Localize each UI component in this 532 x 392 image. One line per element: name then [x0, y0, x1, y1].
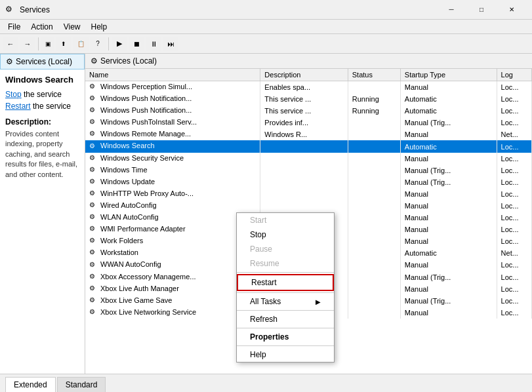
table-row[interactable]: ⚙Windows PushToInstall Serv... Provides …	[85, 117, 532, 128]
table-row[interactable]: ⚙Windows Push Notification... This servi…	[85, 105, 532, 117]
service-status	[348, 117, 400, 128]
service-log: Loc...	[497, 105, 531, 117]
app-icon: ⚙	[5, 5, 16, 15]
ctx-sep-3	[237, 310, 334, 311]
ctx-arrow-icon: ▶	[316, 298, 321, 305]
service-startup: Automatic	[400, 105, 497, 117]
right-panel-header: ⚙ Services (Local)	[85, 54, 532, 69]
service-status	[348, 176, 400, 188]
menu-view[interactable]: View	[58, 21, 86, 33]
table-row[interactable]: ⚙Windows Update Manual (Trig... Loc...	[85, 176, 532, 188]
maximize-button[interactable]: □	[466, 0, 497, 20]
left-panel: ⚙ Services (Local) Windows Search Stop t…	[0, 54, 85, 374]
service-name: ⚙Windows Time	[85, 165, 260, 176]
show-hide-console-button[interactable]: ▣	[41, 37, 54, 51]
service-name: ⚙Windows Push Notification...	[85, 93, 260, 105]
service-startup: Manual (Trig...	[400, 271, 497, 283]
up-button[interactable]: ⬆	[56, 37, 72, 51]
tab-extended[interactable]: Extended	[5, 377, 56, 392]
ctx-help[interactable]: Help	[237, 347, 334, 362]
service-name: ⚙Xbox Live Auth Manager	[85, 283, 260, 295]
ctx-start[interactable]: Start	[237, 213, 334, 227]
ctx-sep-1	[237, 272, 334, 273]
service-log: Loc...	[497, 259, 531, 271]
table-row[interactable]: ⚙Windows Security Service Manual Loc...	[85, 153, 532, 165]
restart-service-link[interactable]: Restart	[5, 102, 31, 111]
service-log: Loc...	[497, 271, 531, 283]
service-log: Loc...	[497, 307, 531, 319]
toolbar-separator-2	[108, 37, 109, 50]
service-log: Loc...	[497, 188, 531, 200]
table-row[interactable]: ⚙Windows Time Manual (Trig... Loc...	[85, 165, 532, 176]
ctx-all-tasks[interactable]: All Tasks▶	[237, 294, 334, 309]
stop-text: the service	[22, 90, 62, 99]
service-status	[348, 259, 400, 271]
table-row[interactable]: ⚙Windows Search Automatic Loc...	[85, 140, 532, 152]
ctx-sep-4	[237, 328, 334, 328]
col-name[interactable]: Name	[85, 69, 260, 81]
service-log: Loc...	[497, 176, 531, 188]
service-desc	[260, 165, 348, 176]
service-startup: Manual	[400, 212, 497, 224]
service-status	[348, 283, 400, 295]
ctx-restart[interactable]: Restart	[237, 274, 334, 291]
ctx-pause[interactable]: Pause	[237, 242, 334, 256]
col-status[interactable]: Status	[348, 69, 400, 81]
service-desc: Provides inf...	[260, 117, 348, 128]
table-row[interactable]: ⚙Wired AutoConfig Manual Loc...	[85, 200, 532, 212]
ctx-refresh[interactable]: Refresh	[237, 312, 334, 326]
service-startup: Manual	[400, 235, 497, 247]
service-status	[348, 200, 400, 212]
ctx-resume[interactable]: Resume	[237, 256, 334, 271]
service-startup: Automatic	[400, 93, 497, 105]
restart-service-line: Restart the service	[5, 102, 79, 111]
menu-file[interactable]: File	[3, 21, 26, 33]
service-desc: This service ...	[260, 93, 348, 105]
minimize-button[interactable]: ─	[436, 0, 466, 20]
col-description[interactable]: Description	[260, 69, 348, 81]
service-startup: Manual	[400, 200, 497, 212]
service-status	[348, 307, 400, 319]
service-name: ⚙Xbox Accessory Manageme...	[85, 271, 260, 283]
service-log: Loc...	[497, 153, 531, 165]
service-name: ⚙Windows Security Service	[85, 153, 260, 165]
restart-button[interactable]: ⏭	[163, 37, 178, 51]
close-button[interactable]: ✕	[497, 0, 527, 20]
stop-service-link[interactable]: Stop	[5, 90, 22, 99]
table-row[interactable]: ⚙Windows Remote Manage... Windows R... M…	[85, 128, 532, 140]
stop-service-line: Stop the service	[5, 90, 79, 99]
service-status	[348, 235, 400, 247]
service-log: Net...	[497, 247, 531, 259]
service-desc	[260, 188, 348, 200]
context-menu: Start Stop Pause Resume Restart All Task…	[236, 212, 335, 363]
back-button[interactable]: ←	[3, 37, 18, 51]
pause-button[interactable]: ⏸	[146, 37, 161, 51]
ctx-stop[interactable]: Stop	[237, 227, 334, 242]
service-startup: Manual	[400, 153, 497, 165]
service-startup: Manual	[400, 81, 497, 94]
service-status	[348, 247, 400, 259]
table-row[interactable]: ⚙Windows Perception Simul... Enables spa…	[85, 81, 532, 94]
col-log[interactable]: Log	[497, 69, 531, 81]
play-button[interactable]: ▶	[112, 37, 127, 51]
service-startup: Manual	[400, 188, 497, 200]
right-panel: ⚙ Services (Local) Name Description Stat…	[85, 54, 532, 374]
table-row[interactable]: ⚙Windows Push Notification... This servi…	[85, 93, 532, 105]
menu-help[interactable]: Help	[86, 21, 113, 33]
tab-standard[interactable]: Standard	[57, 377, 106, 392]
service-status	[348, 295, 400, 307]
service-desc	[260, 153, 348, 165]
properties-button[interactable]: 📋	[73, 37, 89, 51]
service-startup: Manual (Trig...	[400, 295, 497, 307]
table-row[interactable]: ⚙WinHTTP Web Proxy Auto-... Manual Loc..…	[85, 188, 532, 200]
service-status	[348, 140, 400, 152]
menu-action[interactable]: Action	[26, 21, 58, 33]
service-startup: Manual	[400, 128, 497, 140]
ctx-properties[interactable]: Properties	[237, 330, 334, 344]
col-startup[interactable]: Startup Type	[400, 69, 497, 81]
service-startup: Manual	[400, 259, 497, 271]
help-tb-button[interactable]: ?	[90, 37, 106, 51]
stop-button[interactable]: ⏹	[129, 37, 144, 51]
forward-button[interactable]: →	[20, 37, 35, 51]
services-local-nav[interactable]: ⚙ Services (Local)	[0, 54, 85, 69]
